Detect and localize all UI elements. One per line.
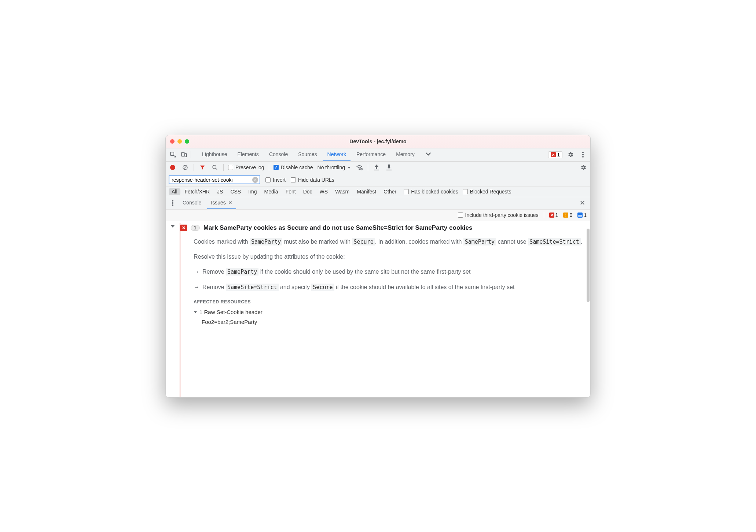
issue-error-icon: ✕ [180, 225, 187, 231]
window-title: DevTools - jec.fyi/demo [349, 138, 406, 144]
panel-tabs: Lighthouse Elements Console Sources Netw… [198, 148, 546, 161]
issue-count-pill: 1 [191, 225, 200, 231]
search-icon[interactable] [211, 163, 219, 171]
svg-rect-1 [181, 152, 184, 156]
info-icon: ▬ [577, 213, 583, 218]
error-count: 1 [557, 152, 560, 158]
close-drawer-icon[interactable]: ✕ [577, 199, 587, 207]
issues-toolbar: Include third-party cookie issues ✕ 1 ! … [166, 210, 590, 221]
type-wasm[interactable]: Wasm [332, 188, 352, 195]
tab-network[interactable]: Network [323, 148, 351, 161]
warning-count-group[interactable]: ! 0 [563, 212, 572, 218]
tab-lighthouse[interactable]: Lighthouse [198, 148, 232, 161]
filter-input[interactable] [172, 177, 252, 183]
svg-point-3 [582, 152, 584, 153]
minimize-window-button[interactable] [177, 139, 182, 144]
error-icon: ✕ [551, 152, 556, 157]
checkbox-icon [228, 165, 233, 170]
inspect-element-icon[interactable] [169, 150, 177, 159]
svg-rect-12 [374, 170, 379, 170]
drawer-tab-console[interactable]: Console [179, 197, 205, 209]
divider [191, 151, 191, 158]
download-har-icon[interactable] [385, 163, 393, 171]
svg-line-9 [216, 168, 217, 170]
type-all[interactable]: All [169, 188, 180, 195]
divider [194, 164, 194, 171]
tab-sources[interactable]: Sources [294, 148, 321, 161]
tab-elements[interactable]: Elements [233, 148, 263, 161]
arrow-icon: → [194, 282, 199, 292]
drawer-more-icon[interactable] [169, 199, 177, 207]
tab-memory[interactable]: Memory [392, 148, 419, 161]
issue-title: Mark SameParty cookies as Secure and do … [203, 224, 473, 232]
zoom-window-button[interactable] [185, 139, 189, 144]
clear-icon[interactable] [181, 163, 189, 171]
error-count-pill[interactable]: ✕ 1 [548, 151, 562, 158]
type-css[interactable]: CSS [227, 188, 244, 195]
checkbox-icon [458, 213, 463, 218]
type-font[interactable]: Font [283, 188, 299, 195]
checkbox-icon [265, 177, 271, 182]
filter-input-wrapper[interactable]: ✕ [169, 176, 260, 184]
divider [368, 164, 368, 171]
info-count-group[interactable]: ▬ 1 [577, 212, 587, 218]
type-filter-bar: All Fetch/XHR JS CSS Img Media Font Doc … [166, 186, 590, 197]
tab-overflow[interactable] [421, 148, 436, 161]
drawer-tabs: Console Issues ✕ ✕ [166, 197, 590, 210]
divider [269, 164, 269, 171]
network-settings-icon[interactable] [579, 163, 587, 171]
issue-header[interactable]: ✕ 1 Mark SameParty cookies as Secure and… [180, 224, 584, 232]
svg-point-10 [359, 169, 360, 169]
divider [544, 212, 544, 218]
filter-bar: ✕ Invert Hide data URLs [166, 174, 590, 186]
upload-har-icon[interactable] [373, 163, 381, 171]
svg-point-8 [213, 165, 216, 169]
filter-icon[interactable] [198, 163, 206, 171]
error-count-group[interactable]: ✕ 1 [549, 212, 558, 218]
close-window-button[interactable] [170, 139, 175, 144]
svg-point-15 [172, 202, 173, 204]
type-ws[interactable]: WS [317, 188, 331, 195]
network-conditions-icon[interactable] [355, 163, 363, 171]
more-icon[interactable] [579, 150, 587, 159]
svg-point-5 [582, 156, 584, 158]
type-js[interactable]: JS [214, 188, 226, 195]
type-manifest[interactable]: Manifest [354, 188, 379, 195]
has-blocked-cookies-checkbox[interactable]: Has blocked cookies [404, 189, 458, 195]
devtools-window: DevTools - jec.fyi/demo Lighthouse Eleme… [165, 135, 591, 398]
hide-data-urls-checkbox[interactable]: Hide data URLs [291, 177, 334, 183]
checkbox-icon [274, 165, 279, 170]
warning-icon: ! [563, 213, 568, 218]
clear-filter-icon[interactable]: ✕ [252, 177, 258, 183]
issue-description: Cookies marked with SameParty must also … [194, 237, 584, 292]
record-button[interactable] [169, 163, 177, 171]
scrollbar[interactable] [587, 229, 590, 302]
blocked-requests-checkbox[interactable]: Blocked Requests [463, 189, 511, 195]
issues-body: ✕ 1 Mark SameParty cookies as Secure and… [166, 221, 590, 397]
include-third-party-checkbox[interactable]: Include third-party cookie issues [458, 212, 539, 218]
invert-checkbox[interactable]: Invert [265, 177, 286, 183]
checkbox-icon [291, 177, 296, 182]
settings-icon[interactable] [566, 150, 575, 159]
type-media[interactable]: Media [261, 188, 281, 195]
throttling-dropdown[interactable]: No throttling ▼ [318, 165, 351, 170]
svg-rect-13 [386, 170, 392, 170]
close-tab-icon[interactable]: ✕ [228, 200, 232, 206]
chevron-down-icon[interactable] [170, 224, 175, 229]
main-toolbar: Lighthouse Elements Console Sources Netw… [166, 148, 590, 162]
checkbox-icon [404, 189, 409, 194]
drawer-tab-issues[interactable]: Issues ✕ [207, 197, 236, 209]
preserve-log-checkbox[interactable]: Preserve log [228, 165, 264, 170]
tab-performance[interactable]: Performance [352, 148, 390, 161]
type-other[interactable]: Other [381, 188, 399, 195]
tab-console[interactable]: Console [265, 148, 292, 161]
type-fetch-xhr[interactable]: Fetch/XHR [182, 188, 213, 195]
type-img[interactable]: Img [245, 188, 260, 195]
arrow-icon: → [194, 267, 199, 277]
svg-point-4 [582, 154, 584, 155]
device-toolbar-icon[interactable] [180, 150, 188, 159]
chevron-down-icon [194, 310, 197, 314]
affected-resource-row[interactable]: 1 Raw Set-Cookie header [194, 309, 584, 315]
type-doc[interactable]: Doc [300, 188, 315, 195]
disable-cache-checkbox[interactable]: Disable cache [274, 165, 313, 170]
